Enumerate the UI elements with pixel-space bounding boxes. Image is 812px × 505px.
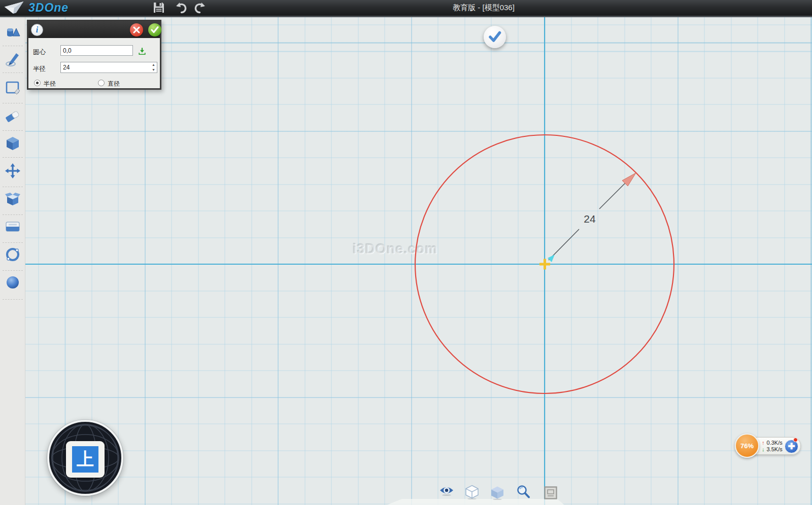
zoom-button[interactable] xyxy=(516,484,531,499)
redo-button[interactable] xyxy=(194,2,206,14)
wireframe-cube-icon xyxy=(464,484,480,499)
radio-diameter-label[interactable]: 直径 xyxy=(108,80,120,88)
upload-speed: 0.3K/s xyxy=(767,440,783,446)
y-axis-line xyxy=(544,17,545,505)
view-cube-face-label[interactable]: 上 xyxy=(72,446,98,473)
sidebar-tool-sketch-pen[interactable] xyxy=(4,51,21,68)
sidebar-divider xyxy=(3,299,23,300)
download-speed: 3.5K/s xyxy=(767,446,783,452)
circle-command-dialog: i 圆心 半径 ▲ ▼ xyxy=(27,20,161,90)
sketch-plane-icon xyxy=(4,79,21,96)
modeling-canvas[interactable]: i3DOne.com xyxy=(25,17,812,505)
save-icon xyxy=(153,2,165,14)
radio-radius-label[interactable]: 半径 xyxy=(44,80,56,88)
fit-view-icon xyxy=(543,485,558,500)
sidebar-tool-move[interactable] xyxy=(4,162,21,179)
pick-point-button[interactable] xyxy=(138,47,146,55)
sidebar-divider xyxy=(3,187,23,187)
title-bar: 3DOne 教育版 - [模型036] xyxy=(0,0,812,16)
fit-view-button[interactable] xyxy=(543,485,558,500)
confirm-button[interactable] xyxy=(148,23,161,37)
info-icon: i xyxy=(31,24,43,36)
sidebar-divider xyxy=(3,103,23,103)
blue-check-icon xyxy=(488,31,501,43)
pick-point-icon xyxy=(138,47,146,55)
tool-sidebar xyxy=(0,17,25,505)
watermark: i3DOne.com xyxy=(353,241,438,257)
plus-icon: ✚ xyxy=(788,441,795,452)
upload-arrow-icon: ↑ xyxy=(762,440,765,446)
sidebar-tool-sketch-plane[interactable] xyxy=(4,79,21,96)
sidebar-divider xyxy=(3,46,23,46)
section-icon xyxy=(4,218,21,235)
center-input[interactable] xyxy=(60,45,133,56)
visibility-eye-icon xyxy=(439,485,454,496)
sidebar-tool-material[interactable] xyxy=(4,274,21,291)
feature-cube-icon xyxy=(4,135,21,152)
collapsed-panel-edge[interactable] xyxy=(387,499,564,505)
view-cube[interactable]: 上 xyxy=(47,420,123,496)
app-window: i3DOne.com 24 3DOne xyxy=(0,0,812,505)
accept-sketch-button[interactable] xyxy=(484,26,506,48)
sidebar-tool-section[interactable] xyxy=(4,218,21,235)
app-name: 3DOne xyxy=(28,1,69,15)
pattern-ring-icon xyxy=(4,246,21,263)
sidebar-tool-primitives[interactable] xyxy=(4,24,21,41)
shaded-cube-icon xyxy=(490,485,505,500)
check-icon xyxy=(151,26,159,33)
sidebar-tool-combine[interactable] xyxy=(4,190,21,207)
sidebar-divider xyxy=(3,157,23,158)
eraser-icon xyxy=(4,107,21,125)
progress-percent-badge[interactable]: 76% xyxy=(735,434,759,458)
app-logo: 3DOne xyxy=(3,1,69,15)
sidebar-tool-pattern[interactable] xyxy=(4,246,21,263)
primitives-icon xyxy=(4,24,21,41)
center-field-label: 圆心 xyxy=(33,48,46,57)
material-sphere-icon xyxy=(4,274,21,291)
radius-stepper[interactable]: ▲ ▼ xyxy=(150,62,157,73)
wireframe-mode-button[interactable] xyxy=(464,484,480,499)
sidebar-divider xyxy=(3,214,23,215)
stepper-up-icon[interactable]: ▲ xyxy=(152,63,155,66)
stepper-down-icon[interactable]: ▼ xyxy=(152,68,155,71)
sidebar-divider xyxy=(3,270,23,271)
paper-plane-icon xyxy=(3,1,25,15)
view-cube-face[interactable]: 上 xyxy=(66,441,105,478)
sidebar-divider xyxy=(3,73,23,73)
combine-box-icon xyxy=(4,190,21,207)
radio-radius[interactable] xyxy=(34,80,41,86)
radius-input[interactable] xyxy=(60,62,157,73)
sidebar-divider xyxy=(3,242,23,243)
move-icon xyxy=(4,162,21,179)
zoom-icon xyxy=(516,484,531,499)
sidebar-tool-eraser[interactable] xyxy=(4,107,21,125)
undo-button[interactable] xyxy=(175,2,187,14)
notification-dot xyxy=(793,438,798,442)
sidebar-tool-features[interactable] xyxy=(4,135,21,152)
title-bar-edge xyxy=(0,16,812,17)
progress-percent: 76% xyxy=(740,442,754,450)
sketch-pen-icon xyxy=(4,51,21,68)
dialog-header[interactable]: i xyxy=(28,21,160,38)
radius-field-label: 半径 xyxy=(33,65,46,74)
cancel-button[interactable] xyxy=(130,23,143,37)
save-button[interactable] xyxy=(153,2,165,14)
close-icon xyxy=(133,26,140,33)
undo-icon xyxy=(175,2,187,14)
visibility-button[interactable] xyxy=(439,485,454,500)
window-title: 教育版 - [模型036] xyxy=(382,0,585,16)
download-arrow-icon: ↓ xyxy=(762,446,765,452)
redo-icon xyxy=(194,2,206,14)
radio-diameter[interactable] xyxy=(98,80,105,86)
shaded-mode-button[interactable] xyxy=(490,485,505,500)
x-axis-line xyxy=(25,264,812,265)
sidebar-divider xyxy=(3,130,23,131)
